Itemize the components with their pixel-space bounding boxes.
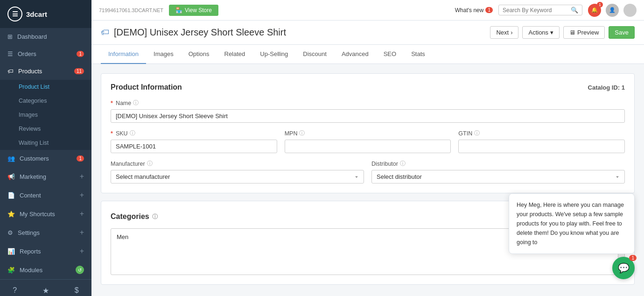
sidebar-sub-images[interactable]: Images: [0, 108, 91, 122]
notification-icon[interactable]: 🔔 1: [588, 4, 601, 17]
gtin-label-row: GTIN ⓘ: [458, 129, 625, 137]
sidebar-item-modules[interactable]: 🧩 Modules ↺: [0, 261, 91, 279]
sku-col: * SKU ⓘ: [111, 129, 277, 153]
dashboard-icon: ⊞: [7, 33, 13, 40]
images-label: Images: [19, 112, 38, 118]
sku-label: SKU: [116, 130, 128, 137]
user-icon[interactable]: 👤: [606, 4, 619, 17]
page-title: 🏷 [DEMO] Unisex Jersey Short Sleeve Shir…: [101, 27, 483, 38]
sidebar-label: Dashboard: [17, 33, 47, 40]
tab-options[interactable]: Options: [181, 45, 217, 64]
avatar[interactable]: [623, 4, 637, 17]
search-box[interactable]: 🔍: [498, 5, 582, 15]
orders-icon: ☰: [7, 50, 13, 57]
manufacturer-label-row: Manufacturer ⓘ: [111, 160, 364, 168]
distributor-select[interactable]: Select distributor: [371, 170, 625, 183]
whatsnew-label: What's new: [455, 7, 484, 14]
tab-seo[interactable]: SEO: [376, 45, 404, 64]
sidebar-sub-categories[interactable]: Categories: [0, 94, 91, 108]
sidebar-item-reports[interactable]: 📊 Reports +: [0, 242, 91, 261]
modules-icon: 🧩: [7, 267, 15, 274]
search-icon: 🔍: [571, 7, 578, 14]
favorites-icon[interactable]: ★: [39, 284, 53, 296]
mpn-input[interactable]: [285, 140, 451, 153]
name-input[interactable]: [111, 109, 625, 123]
sidebar-sub-reviews[interactable]: Reviews: [0, 122, 91, 136]
product-info-section: Product Information Catalog ID: 1 * Name…: [101, 73, 635, 193]
product-info-title: Product Information: [111, 83, 182, 92]
sidebar-item-orders[interactable]: ☰ Orders 1: [0, 45, 91, 63]
tab-related[interactable]: Related: [217, 45, 253, 64]
billing-icon[interactable]: $: [71, 284, 83, 296]
sidebar-sub-waiting-list[interactable]: Waiting List: [0, 136, 91, 150]
page-header-actions: Next › Actions ▾ 🖥 Preview Save: [490, 26, 635, 39]
distributor-col: Distributor ⓘ Select distributor: [371, 160, 625, 183]
help-icon[interactable]: ?: [9, 284, 21, 296]
tab-advanced[interactable]: Advanced: [334, 45, 376, 64]
customers-icon: 👥: [7, 155, 15, 162]
name-required: *: [111, 100, 113, 106]
tab-upselling[interactable]: Up-Selling: [252, 45, 295, 64]
manufacturer-select[interactable]: Select manufacturer: [111, 170, 364, 183]
sku-label-row: * SKU ⓘ: [111, 129, 277, 137]
sidebar-item-marketing[interactable]: 📢 Marketing +: [0, 167, 91, 186]
tab-stats[interactable]: Stats: [404, 45, 433, 64]
search-input[interactable]: [503, 7, 568, 14]
categories-title-row: Categories ⓘ: [111, 212, 158, 221]
reports-expand-icon: +: [80, 247, 84, 255]
sidebar-logo[interactable]: ☰ 3dcart: [0, 0, 91, 28]
manufacturer-row: Manufacturer ⓘ Select manufacturer Distr…: [111, 160, 625, 183]
save-button[interactable]: Save: [609, 26, 635, 39]
sidebar-item-customers[interactable]: 👥 Customers 1: [0, 150, 91, 167]
actions-button[interactable]: Actions ▾: [522, 26, 560, 39]
logo-text: 3dcart: [26, 10, 47, 18]
sidebar-sub-product-list[interactable]: Product List: [0, 80, 91, 94]
preview-button[interactable]: 🖥 Preview: [563, 26, 605, 39]
sidebar-label: Content: [20, 192, 41, 199]
tab-discount[interactable]: Discount: [295, 45, 334, 64]
store-icon: 🏪: [175, 7, 182, 14]
tab-images[interactable]: Images: [146, 45, 181, 64]
tab-information[interactable]: Information: [101, 45, 146, 64]
sidebar-item-content[interactable]: 📄 Content +: [0, 186, 91, 204]
distributor-info-icon: ⓘ: [400, 160, 406, 168]
sku-input[interactable]: [111, 140, 277, 153]
gtin-col: GTIN ⓘ: [458, 129, 625, 153]
name-label: Name: [116, 100, 131, 106]
sku-info-icon: ⓘ: [130, 129, 135, 137]
store-url: 71994617061.3DCART.NET: [99, 7, 163, 13]
products-submenu: Product List Categories Images Reviews W…: [0, 80, 91, 150]
content-icon: 📄: [7, 192, 15, 199]
form-area: Product Information Catalog ID: 1 * Name…: [91, 64, 644, 296]
whatsnew[interactable]: What's new 1: [455, 7, 493, 14]
name-group: * Name ⓘ: [111, 99, 625, 123]
mpn-info-icon: ⓘ: [299, 129, 305, 137]
sidebar-label: My Shortcuts: [20, 211, 55, 218]
gtin-input[interactable]: [458, 140, 625, 153]
notification-badge: 1: [597, 2, 603, 7]
sku-required: *: [111, 130, 113, 137]
products-icon: 🏷: [7, 68, 14, 75]
sidebar-item-myshortcuts[interactable]: ⭐ My Shortcuts +: [0, 204, 91, 223]
chat-button[interactable]: 💬 1: [612, 257, 635, 279]
page-header: 🏷 [DEMO] Unisex Jersey Short Sleeve Shir…: [91, 21, 644, 45]
manufacturer-label: Manufacturer: [111, 161, 145, 167]
chat-popup: Hey Meg, Here is where you can manage yo…: [509, 193, 635, 254]
sidebar: ☰ 3dcart ⊞ Dashboard ☰ Orders 1 🏷 Produc…: [0, 0, 91, 296]
sidebar-item-dashboard[interactable]: ⊞ Dashboard: [0, 28, 91, 45]
categories-label: Categories: [19, 98, 47, 104]
chat-badge: 1: [629, 255, 637, 261]
gtin-info-icon: ⓘ: [474, 129, 480, 137]
waiting-list-label: Waiting List: [19, 140, 49, 146]
distributor-label: Distributor: [371, 161, 398, 167]
viewstore-button[interactable]: 🏪 View Store: [169, 5, 218, 16]
sidebar-item-settings[interactable]: ⚙ Settings +: [0, 223, 91, 242]
next-button[interactable]: Next ›: [490, 26, 518, 39]
mpn-col: MPN ⓘ: [285, 129, 451, 153]
sidebar-item-products[interactable]: 🏷 Products 11: [0, 63, 91, 80]
marketing-icon: 📢: [7, 173, 15, 180]
gtin-label: GTIN: [458, 130, 472, 137]
content-expand-icon: +: [80, 191, 84, 199]
reviews-label: Reviews: [19, 126, 41, 132]
topbar: 71994617061.3DCART.NET 🏪 View Store What…: [91, 0, 644, 21]
